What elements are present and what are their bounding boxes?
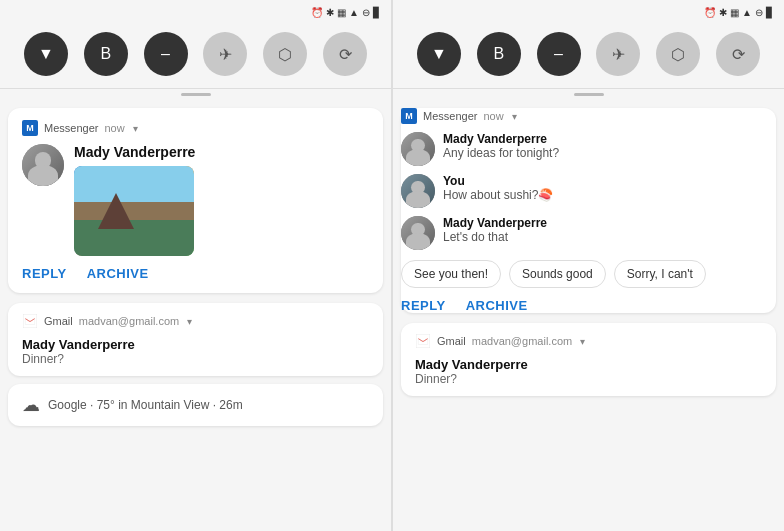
- message-image-inner: [74, 166, 194, 256]
- bluetooth-toggle[interactable]: B: [84, 32, 128, 76]
- message-row-0: Mady Vanderperre Any ideas for tonight?: [401, 132, 776, 166]
- right-dnd-toggle-icon: –: [554, 45, 563, 63]
- left-reply-button[interactable]: Reply: [22, 266, 67, 281]
- right-airplane-toggle-icon: ✈: [612, 45, 625, 64]
- right-quick-settings: ▼ B – ✈ ⬡ ⟳: [393, 24, 784, 89]
- messenger-text-content: Mady Vanderperre: [74, 144, 195, 256]
- smart-reply-1[interactable]: Sounds good: [509, 260, 606, 288]
- gmail-icon-svg: [23, 314, 37, 328]
- right-messenger-chevron-icon: ▾: [512, 111, 517, 122]
- right-rotate-toggle-icon: ⟳: [732, 45, 745, 64]
- right-status-bar: ⏰ ✱ ▦ ▲ ⊖ ▊: [393, 0, 784, 24]
- right-flashlight-toggle[interactable]: ⬡: [656, 32, 700, 76]
- messenger-app-name: Messenger: [44, 122, 98, 134]
- message-text-1: How about sushi?🍣: [443, 188, 776, 202]
- left-messenger-card: M Messenger now ▾ Mady Vanderperre Reply…: [8, 108, 383, 293]
- battery-icon: ▊: [373, 7, 381, 18]
- right-panel: ⏰ ✱ ▦ ▲ ⊖ ▊ ▼ B – ✈ ⬡ ⟳ M: [393, 0, 784, 531]
- left-messenger-header: M Messenger now ▾: [22, 120, 369, 136]
- gmail-email: madvan@gmail.com: [79, 315, 179, 327]
- right-gmail-sender: Mady Vanderperre: [415, 357, 762, 372]
- svg-rect-1: [416, 334, 430, 348]
- left-google-card: ☁ Google · 75° in Mountain View · 26m: [8, 384, 383, 426]
- mady-avatar-1: [401, 132, 435, 166]
- svg-rect-0: [23, 314, 37, 328]
- right-wifi-toggle[interactable]: ▼: [417, 32, 461, 76]
- right-messenger-app-name: Messenger: [423, 110, 477, 122]
- right-gmail-app-icon: [415, 333, 431, 349]
- right-rotate-toggle[interactable]: ⟳: [716, 32, 760, 76]
- sender-avatar-left: [22, 144, 64, 186]
- battery-charging-icon: ⊖: [362, 7, 370, 18]
- message-text-2: Let's do that: [443, 230, 776, 244]
- message-text-0: Any ideas for tonight?: [443, 146, 776, 160]
- gmail-app-icon: [22, 313, 38, 329]
- message-sender-2: Mady Vanderperre: [443, 216, 776, 230]
- dnd-toggle-icon: –: [161, 45, 170, 63]
- left-messenger-actions: Reply Archive: [22, 266, 369, 281]
- messenger-time: now: [104, 122, 124, 134]
- message-content-1: You How about sushi?🍣: [443, 174, 776, 202]
- left-archive-button[interactable]: Archive: [87, 266, 149, 281]
- sender-name-left: Mady Vanderperre: [74, 144, 195, 160]
- smart-reply-2[interactable]: Sorry, I can't: [614, 260, 706, 288]
- right-bluetooth-toggle[interactable]: B: [477, 32, 521, 76]
- you-avatar-face: [401, 174, 435, 208]
- bluetooth-status-icon: ✱: [326, 7, 334, 18]
- message-content-0: Mady Vanderperre Any ideas for tonight?: [443, 132, 776, 160]
- right-drag-handle: [574, 93, 604, 96]
- message-image: [74, 166, 194, 256]
- right-messenger-time: now: [483, 110, 503, 122]
- smart-replies: See you then! Sounds good Sorry, I can't: [401, 260, 776, 288]
- dnd-toggle[interactable]: –: [144, 32, 188, 76]
- messenger-content-left: Mady Vanderperre: [22, 144, 369, 256]
- right-gmail-email: madvan@gmail.com: [472, 335, 572, 347]
- right-dnd-toggle[interactable]: –: [537, 32, 581, 76]
- google-weather-text: Google · 75° in Mountain View · 26m: [48, 398, 243, 412]
- you-avatar: [401, 174, 435, 208]
- message-row-1: You How about sushi?🍣: [401, 174, 776, 208]
- right-airplane-toggle[interactable]: ✈: [596, 32, 640, 76]
- airplane-toggle[interactable]: ✈: [203, 32, 247, 76]
- gmail-app-name: Gmail: [44, 315, 73, 327]
- message-row-2: Mady Vanderperre Let's do that: [401, 216, 776, 250]
- messenger-chevron-icon: ▾: [133, 123, 138, 134]
- gmail-subject-left: Dinner?: [22, 352, 369, 366]
- left-panel: ⏰ ✱ ▦ ▲ ⊖ ▊ ▼ B – ✈ ⬡ ⟳ M: [0, 0, 391, 531]
- signal-icon: ▦: [337, 7, 346, 18]
- left-status-icons: ⏰ ✱ ▦ ▲ ⊖ ▊: [311, 7, 381, 18]
- message-sender-0: Mady Vanderperre: [443, 132, 776, 146]
- flashlight-toggle[interactable]: ⬡: [263, 32, 307, 76]
- right-reply-button[interactable]: Reply: [401, 298, 446, 313]
- smart-reply-0[interactable]: See you then!: [401, 260, 501, 288]
- wifi-toggle[interactable]: ▼: [24, 32, 68, 76]
- right-archive-button[interactable]: Archive: [466, 298, 528, 313]
- alarm-icon: ⏰: [311, 7, 323, 18]
- mady-avatar-face-2: [401, 216, 435, 250]
- right-bluetooth-toggle-icon: B: [493, 45, 504, 63]
- message-thread: Mady Vanderperre Any ideas for tonight? …: [401, 132, 776, 250]
- avatar-face-left: [22, 144, 64, 186]
- right-alarm-icon: ⏰: [704, 7, 716, 18]
- message-sender-1: You: [443, 174, 776, 188]
- right-wifi-toggle-icon: ▼: [431, 45, 447, 63]
- bluetooth-toggle-icon: B: [100, 45, 111, 63]
- right-messenger-header: M Messenger now ▾: [401, 108, 776, 124]
- right-bluetooth-status-icon: ✱: [719, 7, 727, 18]
- gmail-sender-left: Mady Vanderperre: [22, 337, 369, 352]
- mady-avatar-2: [401, 216, 435, 250]
- left-gmail-header: Gmail madvan@gmail.com ▾: [22, 313, 369, 329]
- messenger-app-icon: M: [22, 120, 38, 136]
- right-gmail-subject: Dinner?: [415, 372, 762, 386]
- right-messenger-actions: Reply Archive: [401, 298, 776, 313]
- left-status-bar: ⏰ ✱ ▦ ▲ ⊖ ▊: [0, 0, 391, 24]
- right-messenger-card: M Messenger now ▾ Mady Vanderperre Any i…: [401, 108, 776, 313]
- airplane-toggle-icon: ✈: [219, 45, 232, 64]
- message-content-2: Mady Vanderperre Let's do that: [443, 216, 776, 244]
- rotate-toggle[interactable]: ⟳: [323, 32, 367, 76]
- right-battery-icon: ▊: [766, 7, 774, 18]
- rotate-toggle-icon: ⟳: [339, 45, 352, 64]
- left-quick-settings: ▼ B – ✈ ⬡ ⟳: [0, 24, 391, 89]
- cloud-icon: ☁: [22, 394, 40, 416]
- right-messenger-app-icon: M: [401, 108, 417, 124]
